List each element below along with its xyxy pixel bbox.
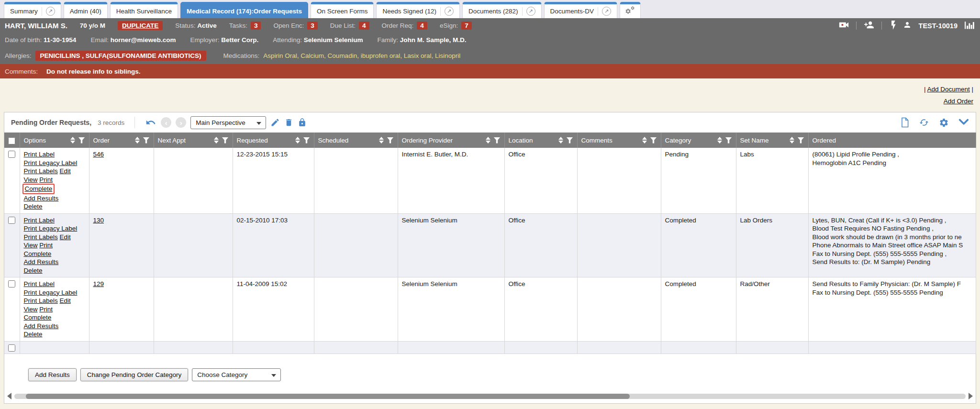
view-link[interactable]: View xyxy=(24,306,38,313)
open-enc-count-badge[interactable]: 3 xyxy=(307,22,318,30)
delete-link[interactable]: Delete xyxy=(24,203,43,210)
gear-icon[interactable] xyxy=(939,118,949,128)
add-document-link[interactable]: Add Document xyxy=(927,86,969,93)
scroll-right-arrow[interactable] xyxy=(969,393,973,399)
popout-icon[interactable]: ↗ xyxy=(445,7,454,16)
order-number-link[interactable]: 130 xyxy=(93,217,104,224)
filter-icon[interactable] xyxy=(387,137,394,144)
tab-health-surveillance[interactable]: Health Surveillance xyxy=(110,2,178,18)
tab-medical-record-order-requests[interactable]: Medical Record (174):Order Requests xyxy=(180,2,308,18)
sort-icon[interactable] xyxy=(790,137,794,144)
print-link[interactable]: Print xyxy=(39,306,53,313)
undo-icon[interactable] xyxy=(145,117,156,128)
print-link[interactable]: Print xyxy=(39,176,53,183)
tasks-count-badge[interactable]: 3 xyxy=(251,22,261,30)
sort-icon[interactable] xyxy=(295,137,300,144)
edit-link[interactable]: Edit xyxy=(60,297,71,304)
perspective-select[interactable]: Main Perspective xyxy=(190,116,266,129)
delete-trash-icon[interactable] xyxy=(284,118,293,127)
change-pending-order-category-button[interactable]: Change Pending Order Category xyxy=(80,368,188,381)
tab-summary[interactable]: Summary ↗ xyxy=(4,2,61,18)
row-select-checkbox[interactable] xyxy=(8,280,15,287)
order-number-link[interactable]: 129 xyxy=(93,280,104,287)
order-number-link[interactable]: 546 xyxy=(93,151,104,158)
filter-icon[interactable] xyxy=(798,137,804,144)
sort-icon[interactable] xyxy=(135,137,140,144)
select-all-checkbox[interactable] xyxy=(8,137,15,144)
add-person-icon[interactable] xyxy=(864,21,874,31)
sort-icon[interactable] xyxy=(558,137,563,144)
complete-link[interactable]: Complete xyxy=(24,250,52,257)
lightning-icon[interactable] xyxy=(889,21,896,31)
print-legacy-label-link[interactable]: Print Legacy Label xyxy=(24,225,78,232)
filter-icon[interactable] xyxy=(494,137,501,144)
print-labels-link[interactable]: Print Labels xyxy=(24,167,58,175)
row-select-checkbox[interactable] xyxy=(8,151,15,158)
add-results-link[interactable]: Add Results xyxy=(24,258,59,265)
print-label-link[interactable]: Print Label xyxy=(24,151,55,158)
tab-documents[interactable]: Documents (282) ↗ xyxy=(462,2,542,18)
refresh-icon[interactable] xyxy=(919,118,929,127)
print-legacy-label-link[interactable]: Print Legacy Label xyxy=(24,289,78,296)
video-camera-icon[interactable] xyxy=(839,21,849,31)
view-link[interactable]: View xyxy=(24,242,38,249)
prev-perspective-icon[interactable]: ‹ xyxy=(161,117,171,128)
duplicate-badge[interactable]: DUPLICATE xyxy=(118,21,163,30)
filter-icon[interactable] xyxy=(567,137,573,144)
tab-documents-dv[interactable]: Documents-DV ↗ xyxy=(544,2,618,18)
edit-link[interactable]: Edit xyxy=(60,167,71,175)
complete-link[interactable]: Complete xyxy=(25,185,53,192)
filter-icon[interactable] xyxy=(78,137,85,144)
tab-needs-signed[interactable]: Needs Signed (12) ↗ xyxy=(376,2,460,18)
add-results-button[interactable]: Add Results xyxy=(28,368,77,381)
due-list-count-badge[interactable]: 4 xyxy=(359,22,369,30)
add-order-link[interactable]: Add Order xyxy=(944,98,973,105)
print-link[interactable]: Print xyxy=(39,242,53,249)
person-icon[interactable] xyxy=(903,21,912,31)
scrollbar-thumb[interactable] xyxy=(26,394,630,399)
print-legacy-label-link[interactable]: Print Legacy Label xyxy=(24,159,78,166)
delete-link[interactable]: Delete xyxy=(24,267,43,274)
filter-icon[interactable] xyxy=(303,137,310,144)
lock-icon[interactable] xyxy=(298,118,307,127)
delete-link[interactable]: Delete xyxy=(24,331,43,338)
sort-icon[interactable] xyxy=(379,137,384,144)
print-label-link[interactable]: Print Label xyxy=(24,280,55,287)
edit-link[interactable]: Edit xyxy=(60,233,71,241)
tab-on-screen-forms[interactable]: On Screen Forms xyxy=(311,2,374,18)
popout-icon[interactable]: ↗ xyxy=(46,7,55,16)
print-labels-link[interactable]: Print Labels xyxy=(24,233,58,241)
tab-admin[interactable]: Admin (40) xyxy=(64,2,108,18)
sort-icon[interactable] xyxy=(214,137,219,144)
choose-category-select[interactable]: Choose Category xyxy=(192,368,281,381)
popout-icon[interactable]: ↗ xyxy=(602,7,611,16)
esign-count-badge[interactable]: 7 xyxy=(461,22,472,30)
sort-icon[interactable] xyxy=(486,137,490,144)
medications-list[interactable]: Aspirin Oral, Calcium, Coumadin, ibuprof… xyxy=(263,52,460,59)
collapse-chevron-down-icon[interactable] xyxy=(958,119,969,126)
order-req-count-badge[interactable]: 4 xyxy=(417,22,427,30)
scrollbar-track[interactable] xyxy=(14,394,966,399)
view-link[interactable]: View xyxy=(24,176,38,183)
new-document-icon[interactable] xyxy=(900,117,909,128)
sort-icon[interactable] xyxy=(642,137,647,144)
add-results-link[interactable]: Add Results xyxy=(24,322,59,330)
complete-link[interactable]: Complete xyxy=(24,314,52,321)
next-perspective-icon[interactable]: › xyxy=(176,117,186,128)
filter-icon[interactable] xyxy=(143,137,150,144)
sort-icon[interactable] xyxy=(717,137,722,144)
popout-icon[interactable]: ↗ xyxy=(526,7,535,16)
print-labels-link[interactable]: Print Labels xyxy=(24,297,58,304)
tab-settings[interactable] xyxy=(620,2,641,18)
row-select-checkbox[interactable] xyxy=(8,217,15,224)
print-label-link[interactable]: Print Label xyxy=(24,217,55,224)
sort-icon[interactable] xyxy=(70,137,75,144)
edit-pencil-icon[interactable] xyxy=(270,118,280,127)
filter-icon[interactable] xyxy=(650,137,657,144)
scroll-left-arrow[interactable] xyxy=(7,393,11,399)
bar-chart-icon[interactable] xyxy=(965,21,975,31)
filter-icon[interactable] xyxy=(725,137,732,144)
filter-icon[interactable] xyxy=(222,137,229,144)
allergies-badge[interactable]: PENICILLINS , SULFA(SULFONAMIDE ANTIBIOT… xyxy=(35,51,206,61)
add-results-link[interactable]: Add Results xyxy=(24,195,59,202)
